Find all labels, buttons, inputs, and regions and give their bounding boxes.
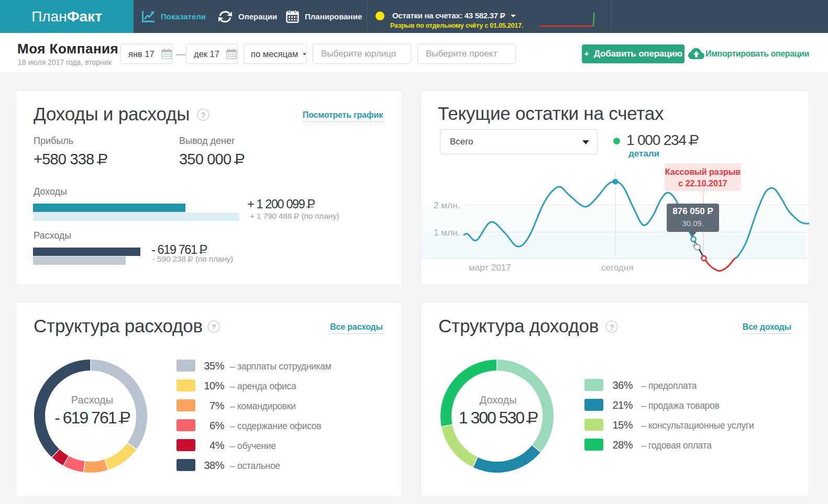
svg-text:с 22.10.2017: с 22.10.2017 bbox=[678, 179, 727, 188]
svg-text:сегодня: сегодня bbox=[601, 263, 633, 273]
svg-text:Кассовый разрыв: Кассовый разрыв bbox=[665, 167, 741, 176]
svg-text:март 2017: март 2017 bbox=[469, 263, 511, 273]
svg-text:2 млн.: 2 млн. bbox=[434, 200, 460, 210]
svg-text:1 млн.: 1 млн. bbox=[434, 228, 460, 238]
